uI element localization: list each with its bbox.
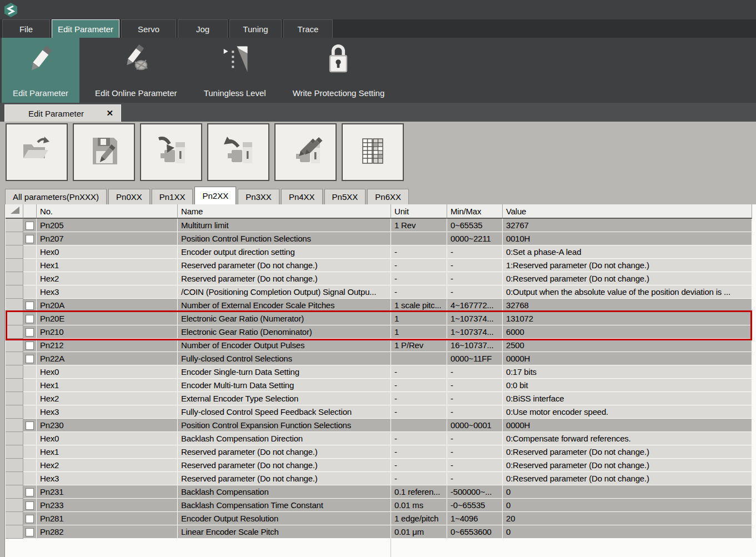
menu-tab-tuning[interactable]: Tuning xyxy=(229,19,282,38)
open-parameter-file-button[interactable] xyxy=(6,123,68,181)
row-header-cell[interactable] xyxy=(6,219,23,232)
cell-minmax[interactable]: -500000~... xyxy=(447,485,503,499)
cell-unit[interactable]: - xyxy=(391,285,447,299)
cell-minmax[interactable]: 0~65535 xyxy=(447,219,503,232)
row-header-cell[interactable] xyxy=(6,499,23,512)
row-header-cell[interactable] xyxy=(6,525,23,539)
cell-minmax[interactable]: - xyxy=(447,365,503,379)
column-header-checkbox[interactable] xyxy=(23,204,37,219)
cell-no[interactable]: Hex0 xyxy=(37,365,178,379)
menu-tab-jog[interactable]: Jog xyxy=(178,19,228,38)
cell-name[interactable]: Number of External Encoder Scale Pitches xyxy=(178,299,391,312)
cell-name[interactable]: Fully-closed Control Selections xyxy=(178,352,391,365)
cell-value[interactable]: 32767 xyxy=(503,219,752,232)
checkbox-cell[interactable] xyxy=(23,419,37,432)
row-checkbox[interactable] xyxy=(26,501,34,510)
cell-no[interactable]: Hex3 xyxy=(37,405,178,419)
cell-no[interactable]: Pn20A xyxy=(37,299,178,312)
cell-value[interactable]: 0 xyxy=(503,499,752,512)
cell-minmax[interactable]: - xyxy=(447,285,503,299)
cell-unit[interactable]: 0.1 referen... xyxy=(391,485,447,499)
row-header-cell[interactable] xyxy=(6,512,23,525)
cell-minmax[interactable]: 1~107374... xyxy=(447,312,503,325)
menu-tab-trace[interactable]: Trace xyxy=(283,19,333,38)
cell-unit[interactable]: - xyxy=(391,272,447,285)
cell-minmax[interactable]: 0000~2211 xyxy=(447,232,503,245)
cell-value[interactable]: 0:Compensate forward references. xyxy=(503,432,752,445)
row-checkbox[interactable] xyxy=(26,235,34,243)
cell-value[interactable]: 0:Reserved parameter (Do not change.) xyxy=(503,472,752,485)
checkbox-cell[interactable] xyxy=(23,325,37,339)
column-header-name[interactable]: Name xyxy=(178,204,391,219)
checkbox-cell[interactable] xyxy=(23,219,37,232)
cell-minmax[interactable]: - xyxy=(447,379,503,392)
document-tab-edit-parameter[interactable]: Edit Parameter ✕ xyxy=(4,104,121,122)
cell-unit[interactable]: - xyxy=(391,379,447,392)
row-checkbox[interactable] xyxy=(26,302,34,310)
row-header-cell[interactable] xyxy=(6,232,23,245)
cell-unit[interactable]: 1 P/Rev xyxy=(391,339,447,352)
cell-unit[interactable]: 1 scale pitc... xyxy=(391,299,447,312)
checkbox-cell[interactable] xyxy=(23,485,37,499)
cell-unit[interactable]: - xyxy=(391,405,447,419)
menu-tab-edit-parameter[interactable]: Edit Parameter xyxy=(52,19,119,38)
cell-name[interactable]: Reserved parameter (Do not change.) xyxy=(178,472,391,485)
row-header-cell[interactable] xyxy=(6,325,23,339)
cell-unit[interactable]: 0.01 μm xyxy=(391,525,447,539)
cell-value[interactable]: 0:Reserved parameter (Do not change.) xyxy=(503,459,752,472)
cell-minmax[interactable]: - xyxy=(447,392,503,405)
row-checkbox[interactable] xyxy=(26,421,34,430)
checkbox-cell[interactable] xyxy=(23,512,37,525)
cell-name[interactable]: Position Control Function Selections xyxy=(178,232,391,245)
cell-unit[interactable]: 1 Rev xyxy=(391,219,447,232)
param-tab-pn3xx[interactable]: Pn3XX xyxy=(238,189,279,204)
cell-minmax[interactable]: - xyxy=(447,432,503,445)
cell-name[interactable]: Reserved parameter (Do not change.) xyxy=(178,272,391,285)
cell-value[interactable]: 0:0 bit xyxy=(503,379,752,392)
cell-name[interactable]: Reserved parameter (Do not change.) xyxy=(178,445,391,459)
row-header-cell[interactable] xyxy=(6,299,23,312)
checkbox-cell[interactable] xyxy=(23,499,37,512)
param-tab-pn5xx[interactable]: Pn5XX xyxy=(324,189,366,204)
cell-minmax[interactable]: - xyxy=(447,259,503,272)
cell-name[interactable]: Electronic Gear Ratio (Denominator) xyxy=(178,325,391,339)
close-icon[interactable]: ✕ xyxy=(106,108,113,118)
cell-unit[interactable]: - xyxy=(391,259,447,272)
cell-value[interactable]: 0000H xyxy=(503,419,752,432)
cell-unit[interactable]: 0.01 ms xyxy=(391,499,447,512)
cell-value[interactable]: 32768 xyxy=(503,299,752,312)
row-header-cell[interactable] xyxy=(6,245,23,259)
cell-value[interactable]: 0 xyxy=(503,485,752,499)
cell-value[interactable]: 131072 xyxy=(503,312,752,325)
cell-name[interactable]: Encoder Single-turn Data Setting xyxy=(178,365,391,379)
cell-no[interactable]: Hex2 xyxy=(37,392,178,405)
cell-name[interactable]: Backlash Compensation Time Constant xyxy=(178,499,391,512)
column-header-no[interactable]: No. xyxy=(37,204,178,219)
row-header-cell[interactable] xyxy=(6,379,23,392)
cell-no[interactable]: Hex3 xyxy=(37,285,178,299)
param-tab-pn6xx[interactable]: Pn6XX xyxy=(367,189,409,204)
menu-tab-servo[interactable]: Servo xyxy=(121,19,176,38)
param-tab-pn2xx[interactable]: Pn2XX xyxy=(194,187,236,204)
cell-value[interactable]: 20 xyxy=(503,512,752,525)
cell-minmax[interactable]: - xyxy=(447,405,503,419)
row-checkbox[interactable] xyxy=(26,355,34,363)
cell-minmax[interactable]: - xyxy=(447,445,503,459)
cell-unit[interactable] xyxy=(391,232,447,245)
cell-no[interactable]: Hex0 xyxy=(37,245,178,259)
checkbox-cell[interactable] xyxy=(23,339,37,352)
row-header-cell[interactable] xyxy=(6,259,23,272)
cell-name[interactable]: Backlash Compensation Direction xyxy=(178,432,391,445)
cell-name[interactable]: Encoder Output Resolution xyxy=(178,512,391,525)
cell-value[interactable]: 0:Reserved parameter (Do not change.) xyxy=(503,445,752,459)
row-header-cell[interactable] xyxy=(6,352,23,365)
cell-minmax[interactable]: 16~10737... xyxy=(447,339,503,352)
cell-minmax[interactable]: 4~167772... xyxy=(447,299,503,312)
save-parameter-file-button[interactable] xyxy=(73,123,135,181)
cell-value[interactable]: 2500 xyxy=(503,339,752,352)
cell-name[interactable]: Position Control Expansion Function Sele… xyxy=(178,419,391,432)
cell-minmax[interactable]: - xyxy=(447,472,503,485)
write-to-servo-button[interactable] xyxy=(140,123,202,181)
cell-name[interactable]: Fully-closed Control Speed Feedback Sele… xyxy=(178,405,391,419)
cell-name[interactable]: Reserved parameter (Do not change.) xyxy=(178,459,391,472)
